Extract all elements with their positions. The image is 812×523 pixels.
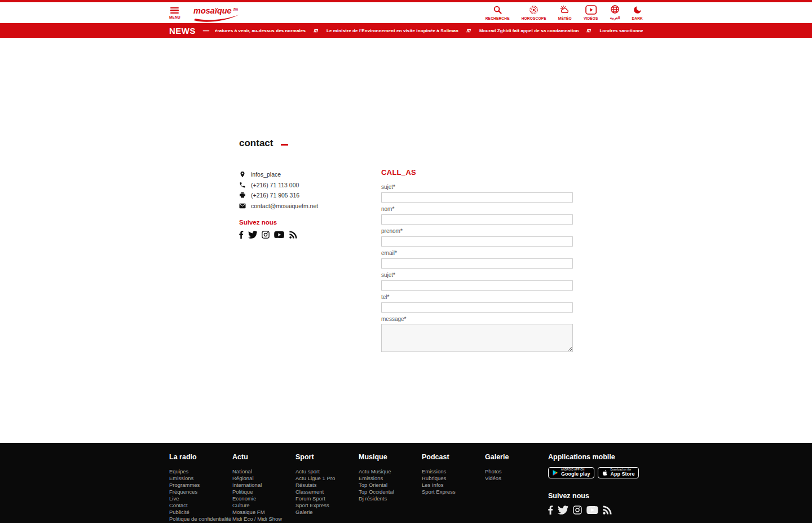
footer-link[interactable]: Publicité [169, 509, 232, 516]
footer-link[interactable]: Politique [232, 489, 295, 495]
contact-info-row: infos_place [239, 171, 370, 178]
facebook-icon[interactable] [548, 506, 553, 515]
footer-link[interactable]: National [232, 468, 295, 475]
news-ticker-item[interactable]: Mourad Zghidi fait appel de sa condamnat… [479, 28, 579, 33]
phone-icon [239, 182, 246, 188]
topbar-action-arabic[interactable]: العربية [610, 5, 620, 20]
mosaique-m-icon [466, 28, 472, 33]
message-textarea[interactable] [381, 324, 573, 352]
footer-column-title: Sport [295, 453, 359, 461]
footer-link[interactable]: Politique de confidentialité [169, 516, 232, 522]
footer-link[interactable]: Emissions [422, 468, 485, 475]
rss-icon[interactable] [289, 231, 298, 239]
footer-link[interactable]: Actu Musique [359, 468, 422, 475]
footer-column-title: La radio [169, 453, 232, 461]
prenom-input[interactable] [381, 236, 573, 247]
news-dash: — [203, 27, 209, 34]
form-field: prenom* [381, 228, 573, 247]
logo-suffix: fm [233, 7, 238, 11]
footer-link[interactable]: Fréquences [169, 489, 232, 495]
footer-link[interactable]: Midi Eco / Midi Show [232, 516, 295, 522]
app-store-badge[interactable]: Download on the App Store [598, 467, 639, 478]
mosaique-logo[interactable]: mosaïque fm [193, 4, 244, 22]
footer-link[interactable]: Culture [232, 502, 295, 509]
weather-icon [560, 5, 570, 15]
topbar-action-meteo[interactable]: MÉTÉO [558, 5, 572, 20]
footer-column-actu: ActuNationalRégionalInternationalPolitiq… [232, 453, 295, 523]
form-title: CALL_AS [381, 168, 573, 177]
twitter-icon[interactable] [558, 506, 568, 515]
contact-form-panel: CALL_AS sujet*nom*prenom*email*sujet*tel… [381, 168, 573, 358]
footer-link[interactable]: Les Infos [422, 482, 485, 489]
footer-link[interactable]: Top Occidental [359, 489, 422, 495]
footer-link[interactable]: Economie [232, 495, 295, 502]
contact-info-row: (+216) 71 113 000 [239, 182, 370, 188]
youtube-icon[interactable] [586, 506, 598, 515]
footer-link[interactable]: Galerie [295, 509, 359, 516]
footer-column-galerie: GaleriePhotosVidéos [485, 453, 548, 523]
topbar-action-recherche[interactable]: RECHERCHE [486, 5, 510, 20]
news-ticker-item[interactable]: Londres sanctionne dix hauts fonctionn [599, 28, 643, 33]
footer-link[interactable]: Contact [169, 502, 232, 509]
footer-link[interactable]: Forum Sport [295, 495, 359, 502]
field-label: nom* [381, 206, 573, 212]
footer-link[interactable]: Actu sport [295, 468, 359, 475]
facebook-icon[interactable] [239, 231, 244, 239]
footer-link[interactable]: Emissions [169, 475, 232, 482]
footer-link[interactable]: Actu Ligue 1 Pro [295, 475, 359, 482]
location-pin-icon [239, 171, 246, 178]
footer-link[interactable]: Résutats [295, 482, 359, 489]
footer-link[interactable]: Rubriques [422, 475, 485, 482]
news-ticker-item[interactable]: ératures à venir, au-dessus des normales [215, 28, 306, 33]
topbar-action-label: MÉTÉO [558, 16, 572, 20]
footer-link[interactable]: Régional [232, 475, 295, 482]
form-field: tel* [381, 294, 573, 313]
google-play-badge[interactable]: ANDROID APP ON Google play [548, 467, 594, 478]
footer-link[interactable]: International [232, 482, 295, 489]
footer-link[interactable]: Top Oriental [359, 482, 422, 489]
footer-link[interactable]: Mosaique FM [232, 509, 295, 516]
twitter-icon[interactable] [248, 231, 258, 239]
topbar-action-dark[interactable]: DARK [632, 5, 643, 20]
topbar-action-horoscope[interactable]: HOROSCOPE [522, 5, 546, 20]
fax-icon [239, 192, 246, 199]
news-ticker: ératures à venir, au-dessus des normales… [215, 28, 643, 33]
footer-link[interactable]: Sport Express [295, 502, 359, 509]
footer-link[interactable]: Classement [295, 489, 359, 495]
topbar-action-label: VIDÉOS [584, 16, 598, 20]
footer-link[interactable]: Emissions [359, 475, 422, 482]
tel-input[interactable] [381, 302, 573, 313]
footer-link[interactable]: Photos [485, 468, 548, 475]
email-input[interactable] [381, 258, 573, 269]
site-footer: La radioEquipesEmissionsProgrammesFréque… [0, 443, 812, 523]
instagram-icon[interactable] [573, 506, 582, 515]
footer-link[interactable]: Sport Express [422, 489, 485, 495]
sujet-input[interactable] [381, 280, 573, 291]
news-ticker-bar: NEWS — ératures à venir, au-dessus des n… [0, 23, 812, 38]
topbar-action-videos[interactable]: VIDÉOS [584, 5, 598, 20]
main-content: contact infos_place(+216) 71 113 000(+21… [0, 38, 812, 358]
instagram-icon[interactable] [262, 231, 270, 239]
rss-icon[interactable] [603, 506, 612, 515]
footer-link[interactable]: Equipes [169, 468, 232, 475]
field-label: prenom* [381, 228, 573, 234]
mosaique-m-icon [586, 28, 592, 33]
contact-info-text: infos_place [251, 171, 281, 178]
news-label: NEWS [169, 26, 196, 36]
footer-link[interactable]: Programmes [169, 482, 232, 489]
footer-link[interactable]: Live [169, 495, 232, 502]
footer-link[interactable]: Vidéos [485, 475, 548, 482]
footer-column-la-radio: La radioEquipesEmissionsProgrammesFréque… [169, 453, 232, 523]
follow-us-label: Suivez nous [239, 219, 370, 226]
news-ticker-item[interactable]: Le ministre de l'Environnement en visite… [326, 28, 458, 33]
videos-icon [585, 5, 597, 15]
footer-link[interactable]: Dj résidents [359, 495, 422, 502]
topbar-action-label: العربية [610, 16, 620, 20]
page-title: contact [239, 138, 273, 149]
menu-button[interactable]: MENU [169, 7, 180, 19]
youtube-icon[interactable] [274, 231, 284, 239]
sujet-input[interactable] [381, 192, 573, 203]
footer-column-title: Podcast [422, 453, 485, 461]
footer-column-sport: SportActu sportActu Ligue 1 ProRésutatsC… [295, 453, 359, 523]
nom-input[interactable] [381, 214, 573, 225]
